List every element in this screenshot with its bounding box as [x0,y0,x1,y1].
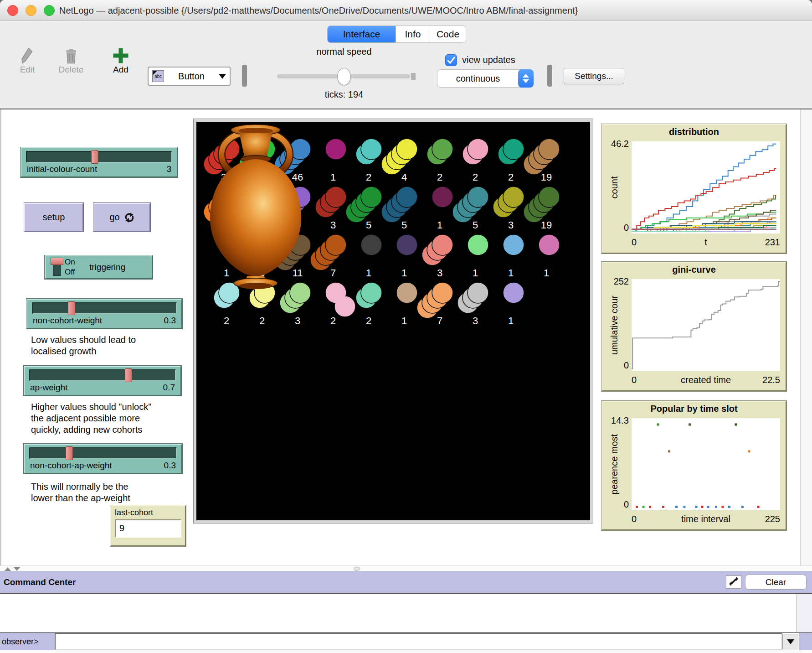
view-updates-label: view updates [462,55,515,65]
widget-type-dropdown[interactable]: abc Button [148,67,231,86]
command-center-splitter[interactable] [0,565,812,571]
slider-label: initial-colour-count [27,164,97,174]
tab-info[interactable]: Info [396,26,430,42]
svg-text:5: 5 [401,219,407,231]
zoom-window-button[interactable] [44,5,55,16]
svg-text:2: 2 [330,315,336,326]
pencil-icon [19,47,36,65]
plot-title: distribution [602,127,786,137]
command-center-output[interactable] [0,594,812,632]
svg-text:1: 1 [401,267,407,279]
slider-handle[interactable] [125,368,132,382]
svg-text:2: 2 [366,315,371,326]
input-row-end [799,633,812,650]
svg-text:19: 19 [541,171,552,183]
svg-text:3: 3 [473,315,478,326]
note-non-cohort-ap-weight: This will normally be the lower than the… [31,481,186,504]
slider-handle[interactable] [66,446,73,460]
output-scrollbar[interactable] [796,594,812,632]
toolbar-separator [242,65,247,87]
y-max-label: 46.2 [603,139,629,149]
plus-icon [113,47,129,65]
plot-area [632,141,780,233]
minimize-window-button[interactable] [26,5,36,16]
slider-track[interactable] [26,151,172,163]
speed-slider-thumb[interactable] [337,68,351,85]
svg-text:7: 7 [330,267,336,279]
svg-text:2: 2 [366,171,371,183]
close-window-button[interactable] [7,5,18,16]
plot-area [632,279,780,371]
dropdown-arrow-icon [787,639,794,644]
collapse-up-icon[interactable] [5,567,11,571]
last-cohort-monitor: last-cohort 9 [110,505,186,546]
go-label: go [109,212,119,223]
y-max-label: 14.3 [603,415,629,426]
switch-name: triggering [89,256,125,278]
clear-button[interactable]: Clear [745,575,807,590]
svg-text:1: 1 [473,267,478,279]
delete-button[interactable]: Delete [54,46,88,75]
svg-text:1: 1 [508,315,514,326]
dropdown-arrow-icon [219,74,226,79]
splitter-grip[interactable] [354,567,360,571]
plot-popular-by-time-slot: Popular by time slot 14.3 0 pearence mos… [601,401,786,530]
slider-track[interactable] [29,447,177,459]
update-mode-dropdown[interactable]: continuous [437,69,534,88]
add-button[interactable]: Add [108,46,134,75]
world-view[interactable]: 3310461242221949535515319131171131112232… [196,122,590,520]
monitor-value: 9 [115,519,181,538]
detach-button[interactable] [726,575,741,589]
svg-text:2: 2 [224,315,229,326]
switch-off-label: Off [65,267,75,277]
stepper-icon [518,69,534,88]
svg-text:5: 5 [366,219,371,231]
add-label: Add [108,65,134,75]
plot-title: gini-curve [602,264,786,275]
amphora-image [196,122,315,290]
note-non-cohort-weight: Low values should lead to localised grow… [31,334,186,357]
slider-handle[interactable] [91,150,98,164]
update-mode-value: continuous [437,73,519,84]
observer-prompt: observer> [0,633,55,650]
slider-track[interactable] [32,302,177,314]
view-updates-checkbox[interactable] [445,54,457,66]
slider-value: 0.7 [163,383,175,393]
delete-label: Delete [54,65,88,75]
slider-value: 0.3 [164,461,176,471]
go-button[interactable]: go [93,203,150,232]
y-axis-label: umulative cour [609,295,620,355]
setup-button[interactable]: setup [24,203,83,232]
slider-ap-weight: ap-weight0.7 [24,366,181,396]
settings-button[interactable]: Settings... [564,68,624,84]
svg-text:7: 7 [437,315,442,326]
svg-text:1: 1 [437,219,442,231]
slider-handle[interactable] [68,301,75,315]
slider-non-cohort-weight: non-cohort-weight0.3 [26,299,182,329]
svg-text:1: 1 [401,315,407,326]
slider-label: ap-weight [30,383,67,393]
command-input-row: observer> [0,633,812,650]
tab-code[interactable]: Code [430,26,466,42]
plot-area [632,418,780,510]
forever-icon [124,212,134,223]
triggering-switch[interactable]: On Off triggering [45,255,153,279]
edit-button[interactable]: Edit [13,46,42,75]
plot-distribution: distribution 46.2 0 count 0 t 231 [601,124,786,254]
slider-track[interactable] [29,369,176,381]
y-min-label: 0 [603,499,629,510]
collapse-down-icon[interactable] [14,567,20,571]
widget-type-value: Button [164,71,219,82]
switch-on-label: On [65,257,75,267]
canvas-scrollbar[interactable] [800,109,812,565]
svg-text:4: 4 [401,171,407,183]
toolbar-area: Interface Info Code Edit Delete [0,21,812,109]
command-input[interactable] [55,633,782,650]
tab-interface[interactable]: Interface [328,26,396,42]
history-dropdown-button[interactable] [782,634,798,649]
slider-value: 0.3 [164,316,176,326]
y-max-label: 252 [603,276,629,287]
switch-knob[interactable] [51,258,63,265]
svg-text:1: 1 [330,171,336,183]
svg-text:3: 3 [437,267,442,279]
